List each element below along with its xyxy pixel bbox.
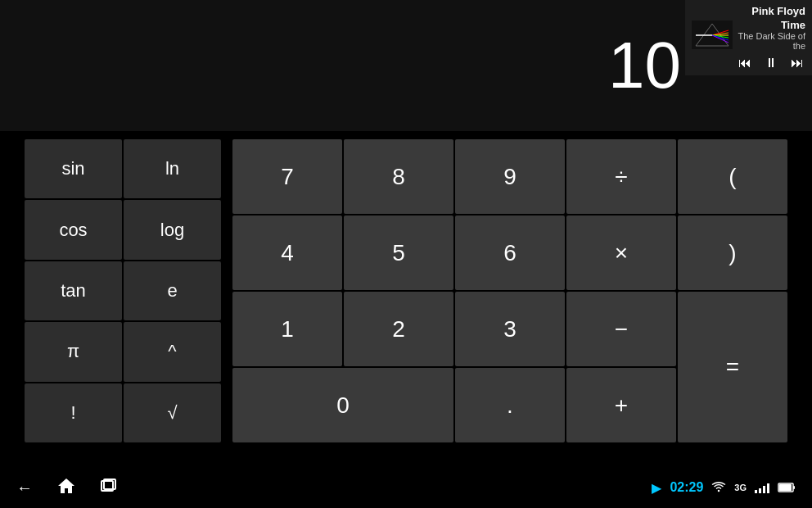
num-btn-3[interactable]: 3: [455, 292, 565, 366]
signal-bars-icon: [755, 482, 769, 493]
num-btn-plus[interactable]: +: [566, 368, 676, 442]
wifi-icon: [711, 482, 726, 493]
music-controls: ⏮ ⏸ ⏭: [692, 56, 805, 70]
num-btn-9[interactable]: 9: [455, 139, 565, 214]
home-icon: [57, 477, 75, 495]
recents-icon: [100, 478, 116, 494]
network-3g-icon: 3G: [734, 483, 747, 492]
num-btn-multiply[interactable]: ×: [566, 215, 676, 290]
sci-btn-sin[interactable]: sin: [25, 139, 122, 198]
numpad-panel: 789÷(456×)123−=0.+: [232, 139, 787, 442]
sci-btn-pi[interactable]: π: [25, 322, 122, 381]
num-btn-equals[interactable]: =: [678, 292, 787, 442]
music-info: Time The Dark Side of the: [733, 19, 805, 51]
sci-btn-sqrt[interactable]: √: [124, 383, 221, 442]
battery-icon: [778, 482, 796, 493]
num-btn-8[interactable]: 8: [344, 139, 453, 214]
calculator-display: 10: [608, 33, 681, 98]
num-btn-5[interactable]: 5: [344, 215, 453, 290]
music-song: Time: [736, 19, 805, 31]
status-right: ▶ 02:29 3G: [652, 480, 796, 496]
num-btn-1[interactable]: 1: [232, 292, 342, 366]
scientific-panel: sinlncoslogtaneπ^!√: [25, 139, 221, 442]
num-btn-0[interactable]: 0: [232, 368, 453, 442]
sci-btn-ln[interactable]: ln: [124, 139, 221, 198]
num-btn-divide[interactable]: ÷: [566, 139, 676, 214]
svg-rect-13: [793, 486, 795, 489]
music-next-button[interactable]: ⏭: [791, 56, 804, 70]
nav-buttons: ←: [16, 477, 116, 499]
play-status-icon: ▶: [652, 480, 661, 496]
display-area: 10 Pink Floyd Time The Dark Side of the: [0, 0, 812, 131]
sci-btn-tan[interactable]: tan: [25, 261, 122, 320]
num-btn-2[interactable]: 2: [344, 292, 453, 366]
music-prev-button[interactable]: ⏮: [738, 56, 751, 70]
music-pause-button[interactable]: ⏸: [765, 56, 778, 70]
sci-btn-e[interactable]: e: [124, 261, 221, 320]
svg-rect-14: [779, 484, 792, 491]
home-button[interactable]: [57, 477, 75, 499]
svg-marker-9: [58, 479, 74, 493]
num-btn-decimal[interactable]: .: [455, 368, 565, 442]
back-button[interactable]: ←: [16, 479, 33, 497]
sci-btn-cos[interactable]: cos: [25, 200, 122, 259]
time-display: 02:29: [670, 480, 703, 495]
calculator-container: sinlncoslogtaneπ^!√ 789÷(456×)123−=0.+: [0, 131, 812, 451]
num-btn-4[interactable]: 4: [232, 215, 342, 290]
status-bar: ← ▶ 02:29 3G: [0, 467, 812, 508]
num-btn-6[interactable]: 6: [455, 215, 565, 290]
music-artist: Pink Floyd: [692, 5, 805, 17]
recents-button[interactable]: [100, 478, 116, 498]
sci-btn-factorial[interactable]: !: [25, 383, 122, 442]
music-album: The Dark Side of the: [736, 31, 805, 51]
music-widget: Pink Floyd Time The Dark Side of the: [685, 0, 812, 75]
sci-btn-log[interactable]: log: [124, 200, 221, 259]
album-art-icon: [692, 20, 733, 49]
sci-btn-power[interactable]: ^: [124, 322, 221, 381]
num-btn-7[interactable]: 7: [232, 139, 342, 214]
num-btn-rparen[interactable]: ): [678, 215, 787, 290]
num-btn-minus[interactable]: −: [566, 292, 676, 366]
num-btn-lparen[interactable]: (: [678, 139, 787, 214]
